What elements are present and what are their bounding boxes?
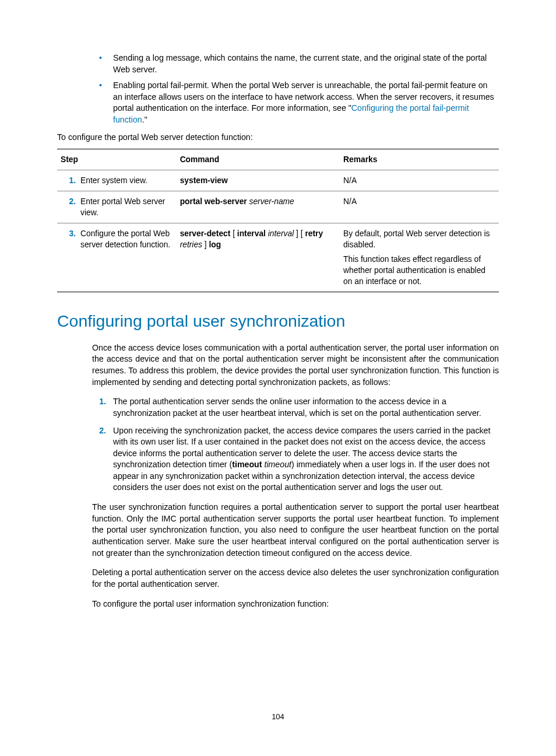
table-header-row: Step Command Remarks	[57, 149, 499, 170]
list-item: Enabling portal fail-permit. When the po…	[92, 80, 499, 125]
intro-bullet-list: Sending a log message, which contains th…	[92, 52, 499, 126]
command-cell: system-view	[177, 170, 340, 191]
col-step: Step	[57, 149, 177, 170]
list-item: Sending a log message, which contains th…	[92, 52, 499, 75]
paragraph: The user synchronization function requir…	[92, 502, 499, 559]
paragraph: To configure the portal user information…	[92, 598, 499, 610]
list-item: 1. The portal authentication server send…	[92, 396, 499, 419]
page-number: 104	[0, 712, 556, 722]
bullet-text-post: ."	[142, 115, 147, 124]
item-text: The portal authentication server sends t…	[113, 397, 481, 418]
table-row: 1.Enter system view.system-viewN/A	[57, 170, 499, 191]
item-text: Upon receiving the synchronization packe…	[113, 426, 490, 492]
remarks-cell: N/A	[340, 170, 499, 191]
step-number: 3.	[61, 228, 80, 250]
table-row: 2.Enter portal Web server view.portal we…	[57, 191, 499, 223]
lead-paragraph-1: To configure the portal Web server detec…	[57, 132, 499, 144]
table-row: 3.Configure the portal Web server detect…	[57, 223, 499, 292]
config-table: Step Command Remarks 1.Enter system view…	[57, 149, 499, 292]
paragraph: Deleting a portal authentication server …	[92, 567, 499, 590]
bullet-text: Sending a log message, which contains th…	[113, 53, 487, 74]
step-cell: 3.Configure the portal Web server detect…	[57, 223, 177, 292]
step-cell: 2.Enter portal Web server view.	[57, 191, 177, 223]
col-remarks: Remarks	[340, 149, 499, 170]
remarks-cell: N/A	[340, 191, 499, 223]
item-text-bold: timeout	[232, 460, 262, 469]
item-number: 1.	[92, 396, 106, 408]
paragraph: Once the access device loses communicati…	[92, 342, 499, 388]
step-number: 2.	[61, 196, 80, 218]
command-cell: server-detect [ interval interval ] [ re…	[177, 223, 340, 292]
list-item: 2. Upon receiving the synchronization pa…	[92, 425, 499, 494]
numbered-list: 1. The portal authentication server send…	[92, 396, 499, 494]
command-cell: portal web-server server-name	[177, 191, 340, 223]
col-command: Command	[177, 149, 340, 170]
item-number: 2.	[92, 425, 106, 437]
step-cell: 1.Enter system view.	[57, 170, 177, 191]
step-desc: Enter system view.	[80, 175, 173, 186]
step-desc: Enter portal Web server view.	[80, 196, 173, 218]
remarks-cell: By default, portal Web server detection …	[340, 223, 499, 292]
item-text-ital: timeout	[264, 460, 291, 469]
section-heading: Configuring portal user synchronization	[57, 310, 499, 332]
step-desc: Configure the portal Web server detectio…	[80, 228, 173, 250]
step-number: 1.	[61, 175, 80, 186]
